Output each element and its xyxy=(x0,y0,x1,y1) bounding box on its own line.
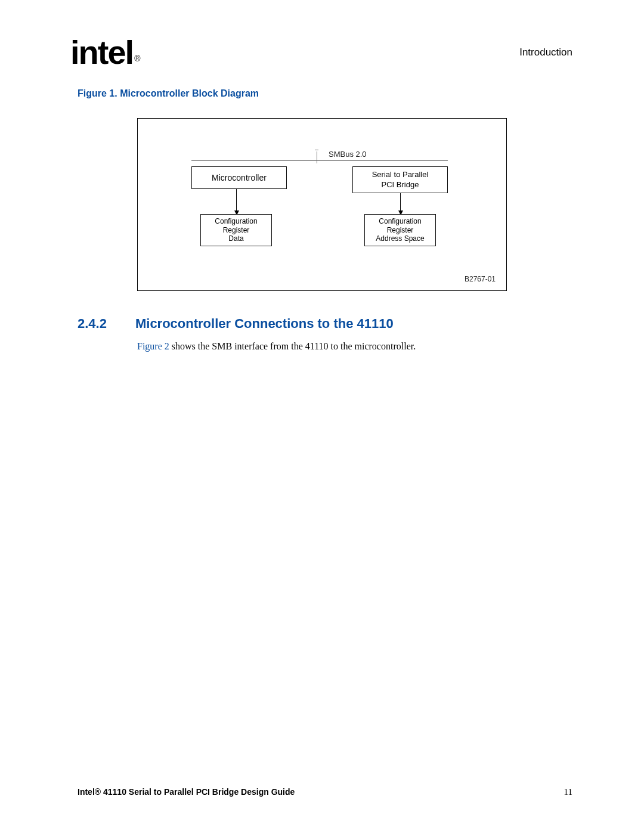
box-config-register-data: Configuration Register Data xyxy=(200,214,272,246)
box-microcontroller-label: Microcontroller xyxy=(192,173,286,182)
box-stp-line2: PCI Bridge xyxy=(353,180,447,190)
arrow-line-left xyxy=(236,189,237,212)
footer-doc-title: Intel® 41110 Serial to Parallel PCI Brid… xyxy=(78,787,295,797)
box-config-register-address: Configuration Register Address Space xyxy=(364,214,436,246)
cfg1-line2: Register xyxy=(201,226,271,234)
cfg1-line3: Data xyxy=(201,234,271,243)
cfg2-line3: Address Space xyxy=(365,234,435,243)
section-body-text: shows the SMB interface from the 41110 t… xyxy=(169,341,416,351)
diagram-code: B2767-01 xyxy=(465,275,496,283)
logo-text: intel xyxy=(70,33,133,71)
footer-page-number: 11 xyxy=(564,787,572,797)
figure-1-diagram: SMBus 2.0 Microcontroller Serial to Para… xyxy=(137,118,507,291)
box-microcontroller: Microcontroller xyxy=(191,166,287,189)
bus-tick-mark xyxy=(315,150,318,150)
page-footer: Intel® 41110 Serial to Parallel PCI Brid… xyxy=(78,787,572,797)
horizontal-connector xyxy=(191,160,448,161)
figure-2-reference: Figure 2 xyxy=(137,341,169,351)
section-body: Figure 2 shows the SMB interface from th… xyxy=(137,341,416,352)
page-header: intel® Introduction xyxy=(70,36,572,69)
registered-mark: ® xyxy=(134,54,139,63)
cfg2-line1: Configuration xyxy=(365,217,435,225)
cfg2-line2: Register xyxy=(365,226,435,234)
cfg1-line1: Configuration xyxy=(201,217,271,225)
arrow-line-right xyxy=(400,193,401,212)
box-stp-line1: Serial to Parallel xyxy=(353,170,447,179)
figure-1-caption: Figure 1. Microcontroller Block Diagram xyxy=(78,88,259,99)
smbus-label: SMBus 2.0 xyxy=(329,150,367,159)
intel-logo: intel® xyxy=(70,36,138,69)
header-section-name: Introduction xyxy=(519,47,572,58)
bus-vertical-line xyxy=(317,151,317,163)
box-serial-parallel-bridge: Serial to Parallel PCI Bridge xyxy=(352,166,448,193)
section-title: Microcontroller Connections to the 41110 xyxy=(135,316,394,332)
section-heading-row: 2.4.2 Microcontroller Connections to the… xyxy=(78,316,394,332)
section-number: 2.4.2 xyxy=(78,316,107,332)
